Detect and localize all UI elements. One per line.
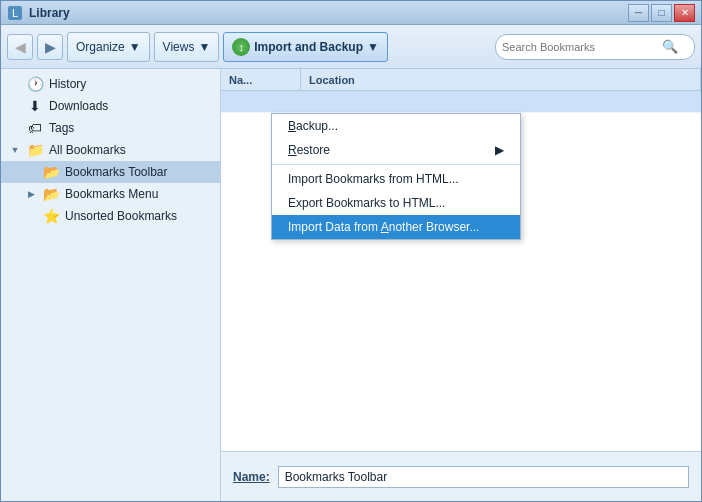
sidebar: 🕐 History ⬇ Downloads 🏷 Tags ▼ 📁 All Boo…: [1, 69, 221, 501]
tree-toggle-all-bookmarks: ▼: [9, 144, 21, 156]
content-header: Na... Location: [221, 69, 701, 91]
search-box: 🔍: [495, 34, 695, 60]
sidebar-label-unsorted: Unsorted Bookmarks: [65, 209, 177, 223]
tree-toggle-tags: [9, 122, 21, 134]
sidebar-item-all-bookmarks[interactable]: ▼ 📁 All Bookmarks: [1, 139, 220, 161]
import-backup-dropdown: Backup... Restore ▶ Import Bookmarks fro…: [271, 113, 521, 240]
menu-item-import-browser[interactable]: Import Data from Another Browser...: [272, 215, 520, 239]
sidebar-label-history: History: [49, 77, 86, 91]
column-header-location: Location: [301, 69, 701, 90]
bookmarks-menu-icon: 📂: [43, 186, 59, 202]
menu-item-restore[interactable]: Restore ▶: [272, 138, 520, 162]
column-header-name: Na...: [221, 69, 301, 90]
history-icon: 🕐: [27, 76, 43, 92]
bookmarks-toolbar-icon: 📂: [43, 164, 59, 180]
views-label: Views: [163, 40, 195, 54]
menu-backup-label: Backup...: [288, 119, 338, 133]
import-backup-label: Import and Backup: [254, 40, 363, 54]
search-icon[interactable]: 🔍: [662, 39, 678, 54]
name-input[interactable]: [278, 466, 689, 488]
sidebar-item-tags[interactable]: 🏷 Tags: [1, 117, 220, 139]
tree-toggle-unsorted: [25, 210, 37, 222]
name-label: Name:: [233, 470, 270, 484]
sidebar-label-downloads: Downloads: [49, 99, 108, 113]
forward-button[interactable]: ▶: [37, 34, 63, 60]
sidebar-item-bookmarks-menu[interactable]: ▶ 📂 Bookmarks Menu: [1, 183, 220, 205]
sidebar-label-tags: Tags: [49, 121, 74, 135]
menu-restore-label: Restore: [288, 143, 330, 157]
menu-restore-arrow: ▶: [495, 143, 504, 157]
library-window: L Library ─ □ ✕ ◀ ▶ Organize ▼ Views ▼ ↕…: [0, 0, 702, 502]
close-button[interactable]: ✕: [674, 4, 695, 22]
organize-label: Organize: [76, 40, 125, 54]
sidebar-item-downloads[interactable]: ⬇ Downloads: [1, 95, 220, 117]
unsorted-bookmarks-icon: ⭐: [43, 208, 59, 224]
views-button[interactable]: Views ▼: [154, 32, 220, 62]
import-backup-icon: ↕: [232, 38, 250, 56]
maximize-button[interactable]: □: [651, 4, 672, 22]
menu-export-html-label: Export Bookmarks to HTML...: [288, 196, 445, 210]
table-row[interactable]: [221, 91, 701, 113]
downloads-icon: ⬇: [27, 98, 43, 114]
main-area: 🕐 History ⬇ Downloads 🏷 Tags ▼ 📁 All Boo…: [1, 69, 701, 501]
sidebar-item-history[interactable]: 🕐 History: [1, 73, 220, 95]
bottom-bar: Name:: [221, 451, 701, 501]
menu-item-export-html[interactable]: Export Bookmarks to HTML...: [272, 191, 520, 215]
titlebar-left: L Library: [7, 5, 70, 21]
toolbar: ◀ ▶ Organize ▼ Views ▼ ↕ Import and Back…: [1, 25, 701, 69]
titlebar: L Library ─ □ ✕: [1, 1, 701, 25]
back-button[interactable]: ◀: [7, 34, 33, 60]
menu-import-browser-label: Import Data from Another Browser...: [288, 220, 479, 234]
tree-toggle-history: [9, 78, 21, 90]
window-controls: ─ □ ✕: [628, 4, 695, 22]
sidebar-item-unsorted-bookmarks[interactable]: ⭐ Unsorted Bookmarks: [1, 205, 220, 227]
sidebar-label-bookmarks-menu: Bookmarks Menu: [65, 187, 158, 201]
sidebar-label-all-bookmarks: All Bookmarks: [49, 143, 126, 157]
svg-text:L: L: [12, 7, 18, 19]
minimize-button[interactable]: ─: [628, 4, 649, 22]
sidebar-label-bookmarks-toolbar: Bookmarks Toolbar: [65, 165, 168, 179]
tags-icon: 🏷: [27, 120, 43, 136]
window-title: Library: [29, 6, 70, 20]
menu-item-backup[interactable]: Backup...: [272, 114, 520, 138]
tree-toggle-downloads: [9, 100, 21, 112]
tree-toggle-bookmarks-menu: ▶: [25, 188, 37, 200]
organize-arrow-icon: ▼: [129, 40, 141, 54]
views-arrow-icon: ▼: [198, 40, 210, 54]
organize-button[interactable]: Organize ▼: [67, 32, 150, 62]
all-bookmarks-icon: 📁: [27, 142, 43, 158]
import-backup-arrow-icon: ▼: [367, 40, 379, 54]
tree-toggle-bookmarks-toolbar: [25, 166, 37, 178]
menu-import-html-label: Import Bookmarks from HTML...: [288, 172, 459, 186]
import-backup-button[interactable]: ↕ Import and Backup ▼: [223, 32, 388, 62]
window-icon: L: [7, 5, 23, 21]
search-input[interactable]: [502, 41, 662, 53]
menu-separator-1: [272, 164, 520, 165]
sidebar-item-bookmarks-toolbar[interactable]: 📂 Bookmarks Toolbar: [1, 161, 220, 183]
menu-item-import-html[interactable]: Import Bookmarks from HTML...: [272, 167, 520, 191]
